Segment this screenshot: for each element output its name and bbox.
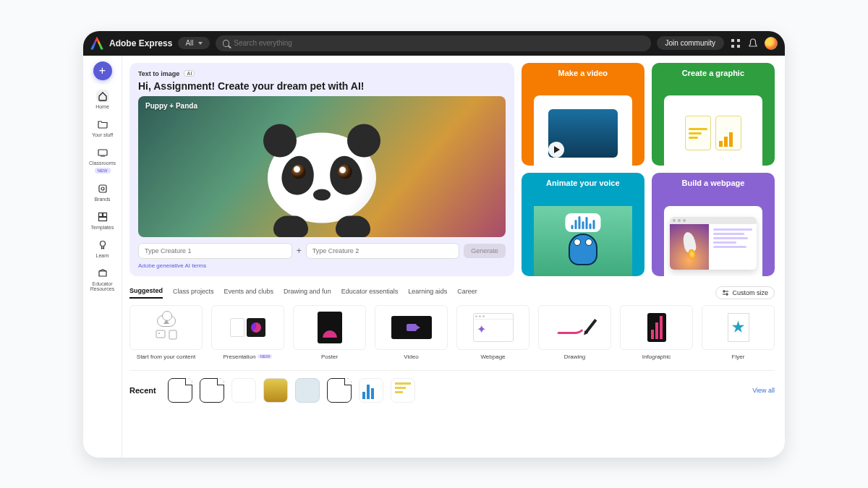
svg-rect-2	[731, 45, 734, 48]
sidebar-item-home[interactable]: Home	[83, 87, 122, 111]
template-label: Presentation	[224, 354, 256, 360]
template-label: Video	[404, 354, 418, 360]
poster-icon	[318, 312, 342, 343]
drawing-icon	[553, 317, 597, 338]
new-badge: NEW	[258, 354, 272, 359]
recent-title: Recent	[129, 386, 156, 395]
app-body: + Home Your stuff Classrooms NEW Brands …	[83, 56, 785, 458]
sidebar-item-learn[interactable]: Learn	[83, 236, 122, 260]
sidebar-item-brands[interactable]: Brands	[83, 180, 122, 204]
webpage-illustration	[670, 217, 757, 270]
template-drawing[interactable]: Drawing	[538, 305, 611, 360]
custom-size-label: Custom size	[732, 289, 768, 296]
svg-rect-8	[103, 213, 106, 216]
sidebar: + Home Your stuff Classrooms NEW Brands …	[83, 56, 122, 458]
tile-title: Animate your voice	[522, 179, 644, 187]
view-all-link[interactable]: View all	[752, 387, 775, 394]
tab-learning-aids[interactable]: Learning aids	[408, 288, 447, 298]
sidebar-item-templates[interactable]: Templates	[83, 208, 122, 232]
sidebar-item-classrooms[interactable]: Classrooms NEW	[83, 144, 122, 176]
template-label: Flyer	[732, 354, 745, 360]
svg-rect-13	[169, 330, 176, 339]
template-webpage[interactable]: ✦ Webpage	[456, 305, 529, 360]
sidebar-item-label: Learn	[96, 253, 109, 258]
sidebar-item-label: Classrooms	[89, 160, 116, 166]
svg-rect-7	[98, 213, 102, 216]
template-label: Start from your content	[137, 354, 195, 360]
template-presentation[interactable]: PresentationNEW	[211, 305, 284, 360]
tab-suggested[interactable]: Suggested	[129, 287, 163, 299]
upload-icon	[156, 315, 177, 340]
tab-class-projects[interactable]: Class projects	[173, 288, 214, 298]
recent-item[interactable]	[391, 378, 415, 403]
template-label: Infographic	[642, 354, 671, 360]
flyer-icon	[728, 313, 749, 342]
main-content: Text to image AI Hi, Assignment! Create …	[122, 56, 785, 458]
recent-item[interactable]	[200, 378, 224, 403]
generate-button[interactable]: Generate	[464, 244, 506, 258]
recent-item[interactable]	[168, 378, 192, 403]
recent-item[interactable]	[263, 378, 288, 403]
creature-2-input[interactable]	[306, 243, 460, 259]
adobe-logo-icon	[90, 37, 103, 50]
tile-title: Build a webpage	[652, 179, 775, 187]
video-icon	[391, 316, 432, 339]
tile-create-graphic[interactable]: Create a graphic	[652, 63, 775, 166]
svg-point-6	[101, 187, 104, 190]
template-start-from-content[interactable]: Start from your content	[129, 305, 203, 360]
svg-rect-11	[156, 330, 165, 338]
tab-career[interactable]: Career	[457, 288, 477, 298]
ai-terms-link[interactable]: Adobe generative AI terms	[138, 262, 506, 269]
recent-item[interactable]	[359, 378, 383, 403]
educator-icon	[96, 267, 109, 280]
chevron-down-icon	[198, 42, 203, 45]
search-input[interactable]	[234, 39, 643, 47]
svg-point-10	[100, 241, 105, 246]
apps-grid-icon[interactable]	[730, 38, 741, 49]
tti-title: Hi, Assignment! Create your dream pet wi…	[138, 80, 506, 92]
template-video[interactable]: Video	[375, 305, 448, 360]
app-window: Adobe Express All Join community + Home	[83, 31, 785, 458]
join-community-button[interactable]: Join community	[657, 36, 724, 50]
notifications-bell-icon[interactable]	[747, 38, 759, 49]
recent-section: Recent View all	[129, 370, 775, 403]
tab-drawing-fun[interactable]: Drawing and fun	[284, 288, 331, 298]
plus-icon: +	[297, 246, 302, 256]
templates-row: Start from your content PresentationNEW …	[129, 305, 775, 360]
recent-item[interactable]	[231, 378, 256, 403]
sidebar-item-label: Templates	[91, 225, 114, 230]
top-bar: Adobe Express All Join community	[83, 31, 785, 56]
tab-educator-essentials[interactable]: Educator essentials	[341, 288, 399, 298]
tile-build-webpage[interactable]: Build a webpage	[652, 173, 775, 276]
creature-1-input[interactable]	[138, 243, 292, 259]
recent-item[interactable]	[295, 378, 320, 403]
template-label: Webpage	[480, 354, 505, 360]
sidebar-item-label: Brands	[94, 197, 110, 202]
waveform-icon	[565, 213, 600, 232]
svg-rect-9	[98, 217, 106, 221]
template-infographic[interactable]: Infographic	[620, 305, 693, 360]
tile-make-video[interactable]: Make a video	[522, 63, 644, 166]
sidebar-item-your-stuff[interactable]: Your stuff	[83, 116, 122, 140]
brand-name: Adobe Express	[109, 38, 172, 48]
search-field[interactable]	[216, 35, 651, 51]
tile-animate-voice[interactable]: Animate your voice	[522, 173, 644, 276]
create-new-button[interactable]: +	[93, 61, 112, 80]
tti-image-caption: Puppy + Panda	[145, 102, 197, 110]
tab-events-clubs[interactable]: Events and clubs	[224, 288, 274, 298]
custom-size-button[interactable]: Custom size	[715, 286, 775, 299]
svg-rect-5	[99, 185, 106, 192]
category-tabs: Suggested Class projects Events and club…	[129, 286, 775, 299]
sidebar-item-educator[interactable]: Educator Resources	[83, 265, 122, 294]
template-label: Poster	[321, 354, 338, 360]
tti-input-row: + Generate	[138, 243, 506, 259]
tile-title: Create a graphic	[652, 69, 775, 77]
brand-icon	[96, 182, 109, 195]
search-filter-dropdown[interactable]: All	[178, 37, 209, 49]
recent-item[interactable]	[327, 378, 352, 403]
template-flyer[interactable]: Flyer	[702, 305, 775, 360]
user-avatar[interactable]	[765, 37, 778, 50]
search-filter-label: All	[185, 39, 193, 47]
template-poster[interactable]: Poster	[293, 305, 366, 360]
svg-rect-4	[98, 150, 107, 155]
